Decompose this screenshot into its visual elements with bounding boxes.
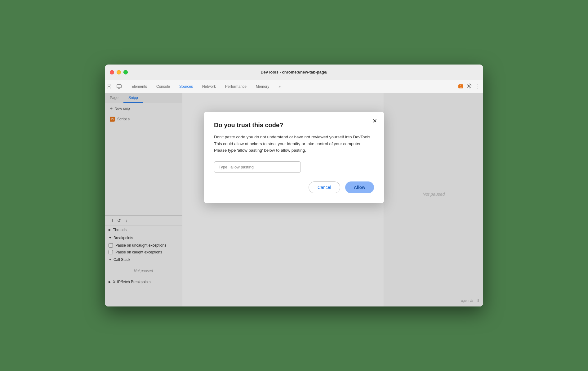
- tab-performance[interactable]: Performance: [221, 83, 251, 91]
- notification-badge: 1: [458, 84, 463, 88]
- tab-elements[interactable]: Elements: [127, 83, 151, 91]
- modal-title: Do you trust this code?: [214, 122, 374, 129]
- devtools-tabs: Elements Console Sources Network Perform…: [127, 83, 458, 91]
- svg-rect-0: [108, 84, 110, 86]
- trust-code-modal: ✕ Do you trust this code? Don't paste co…: [204, 112, 384, 203]
- cancel-button[interactable]: Cancel: [309, 181, 340, 193]
- devtools-icons: [107, 83, 122, 90]
- minimize-button[interactable]: [117, 70, 121, 74]
- titlebar-text: DevTools - chrome://new-tab-page/: [261, 70, 327, 74]
- tab-sources[interactable]: Sources: [175, 83, 197, 91]
- devtools-header: Elements Console Sources Network Perform…: [105, 80, 483, 93]
- svg-rect-3: [118, 88, 120, 89]
- svg-rect-1: [108, 87, 110, 89]
- modal-overlay: ✕ Do you trust this code? Don't paste co…: [105, 93, 483, 306]
- svg-rect-2: [117, 85, 121, 88]
- tab-console[interactable]: Console: [152, 83, 174, 91]
- allow-pasting-input[interactable]: [214, 161, 301, 173]
- modal-body: Don't paste code you do not understand o…: [214, 134, 374, 154]
- devtools-window: DevTools - chrome://new-tab-page/ Elemen…: [105, 65, 483, 306]
- tab-network[interactable]: Network: [198, 83, 220, 91]
- allow-button[interactable]: Allow: [345, 181, 374, 193]
- svg-point-4: [468, 85, 470, 87]
- modal-actions: Cancel Allow: [214, 181, 374, 193]
- devtools-right: 1 ⋮: [458, 83, 481, 90]
- devtools-body: Page Snipp + New snip JS Script s: [105, 93, 483, 306]
- titlebar: DevTools - chrome://new-tab-page/: [105, 65, 483, 80]
- modal-close-button[interactable]: ✕: [370, 117, 379, 125]
- traffic-lights: [110, 70, 128, 74]
- settings-icon[interactable]: [466, 83, 472, 90]
- tab-more[interactable]: »: [274, 83, 285, 91]
- fullscreen-button[interactable]: [123, 70, 128, 74]
- device-icon[interactable]: [116, 83, 122, 90]
- tab-memory[interactable]: Memory: [252, 83, 274, 91]
- close-button[interactable]: [110, 70, 114, 74]
- inspect-icon[interactable]: [107, 83, 114, 90]
- more-options-icon[interactable]: ⋮: [475, 84, 481, 89]
